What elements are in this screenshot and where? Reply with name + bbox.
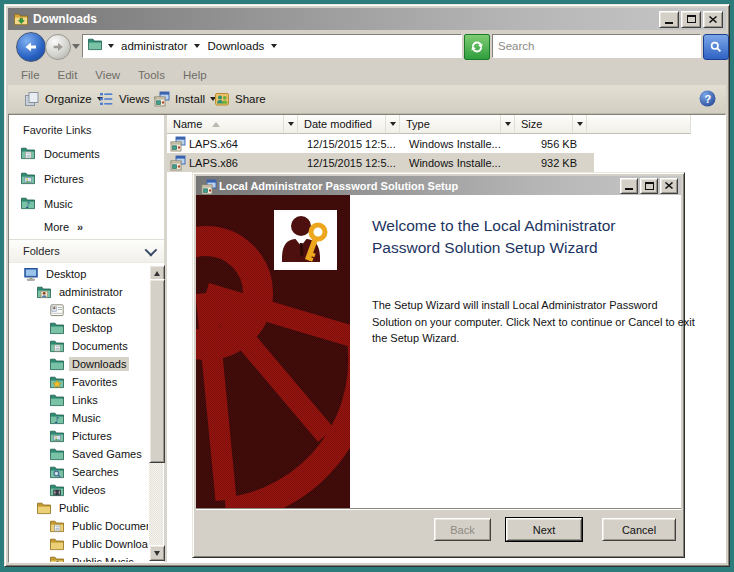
tree-item-desktop[interactable]: Desktop [9,319,148,337]
caret-down-icon [288,122,294,126]
views-icon [98,91,114,107]
favorite-link-pictures[interactable]: Pictures [9,166,164,191]
tree-item-public-music[interactable]: ♪Public Music [9,553,148,562]
tree-item-searches[interactable]: Searches [9,463,148,481]
column-header-size[interactable]: Size [515,115,587,134]
folder-documents-icon [49,338,65,354]
toolbar-label: Organize [45,93,92,105]
back-button[interactable]: Back [434,518,491,541]
tree-item-videos[interactable]: Videos [9,481,148,499]
folder-music-icon: ♪ [49,410,65,426]
folder-pictures-icon [49,428,65,444]
column-header-type[interactable]: Type [400,115,515,134]
wizard-footer: BackNextCancel [196,510,681,554]
wizard-close-button[interactable] [660,178,678,194]
favorite-link-documents[interactable]: Documents [9,141,164,166]
file-row-laps-x64[interactable]: LAPS.x6412/15/2015 12:5...Windows Instal… [167,134,594,153]
wizard-titlebar[interactable]: Local Administrator Password Solution Se… [196,176,681,195]
breadcrumb-item-administrator[interactable]: administrator [119,39,189,53]
column-filter-caret[interactable] [283,115,297,133]
tree-item-label: Videos [69,483,108,497]
column-header-filler [587,115,691,134]
tree-item-favorites[interactable]: Favorites [9,373,148,391]
tree-item-desktop[interactable]: Desktop [9,265,148,283]
tree-item-saved-games[interactable]: Saved Games [9,445,148,463]
tree-scrollbar[interactable] [149,265,163,561]
forward-button[interactable] [45,34,71,60]
column-filter-caret[interactable] [572,115,586,133]
more-chevron-icon: » [77,221,84,233]
tree-item-downloads[interactable]: Downloads [9,355,148,373]
maximize-button[interactable] [681,11,701,28]
wizard-side-banner [196,195,350,508]
menu-bar: FileEditViewToolsHelp [8,64,726,85]
tree-item-music[interactable]: ♪Music [9,409,148,427]
scroll-thumb[interactable] [149,279,165,463]
organize-icon [24,91,40,107]
explorer-titlebar[interactable]: Downloads [8,8,726,30]
breadcrumb-caret-icon [194,44,200,48]
minimize-icon [625,188,633,190]
public-folder-music-icon: ♪ [49,554,65,562]
scroll-down-button[interactable] [149,545,165,561]
tree-item-label: administrator [56,285,126,299]
tree-item-label: Favorites [69,375,120,389]
wizard-minimize-button[interactable] [620,178,638,194]
tree-item-pictures[interactable]: Pictures [9,427,148,445]
msi-package-icon [170,136,186,152]
breadcrumb[interactable]: administratorDownloads [82,34,462,58]
maximize-icon [687,15,696,23]
search-box [492,34,701,58]
svg-text:♪: ♪ [25,200,30,210]
next-button[interactable]: Next [506,518,582,541]
column-filter-caret[interactable] [500,115,514,133]
wizard-window: Local Administrator Password Solution Se… [192,172,685,558]
column-header-date-modified[interactable]: Date modified [298,115,400,134]
tree-item-administrator[interactable]: administrator [9,283,148,301]
tree-item-label: Documents [69,339,131,353]
tree-item-label: Downloads [69,357,129,371]
caret-down-icon [505,122,511,126]
column-filter-caret[interactable] [385,115,399,133]
tree-item-links[interactable]: Links [9,391,148,409]
downloads-folder-icon [13,11,29,27]
menu-tools[interactable]: Tools [138,69,165,81]
tree-item-public[interactable]: Public [9,499,148,517]
more-link[interactable]: More» [44,221,84,233]
minimize-button[interactable] [659,11,679,28]
refresh-button[interactable] [464,34,490,60]
folders-bar[interactable]: Folders [9,239,164,263]
search-input[interactable] [493,35,700,57]
wizard-maximize-button[interactable] [640,178,658,194]
breadcrumb-caret-icon [108,44,114,48]
recent-pages-caret-icon[interactable] [72,44,80,49]
toolbar-share-button[interactable]: Share [210,88,270,110]
column-header-name[interactable]: Name [167,115,298,134]
close-button[interactable] [703,11,723,28]
breadcrumb-item-downloads[interactable]: Downloads [205,39,266,53]
menu-file[interactable]: File [21,69,40,81]
favorite-link-music[interactable]: ♪Music [9,191,164,216]
minimize-icon [665,22,673,24]
folder-icon [49,392,65,408]
folder-icon [49,320,65,336]
desktop: Downloads administratorDownloads [0,0,734,572]
cancel-button[interactable]: Cancel [602,518,676,541]
folder-music-icon: ♪ [20,195,37,212]
toolbar: OrganizeViewsInstallShare ? [8,85,726,114]
tree-item-public-documents[interactable]: Public Documents [9,517,148,535]
tree-item-contacts[interactable]: Contacts [9,301,148,319]
file-name-cell: LAPS.x86 [167,155,298,171]
tree-item-documents[interactable]: Documents [9,337,148,355]
tree-item-public-downloads[interactable]: Public Downloads [9,535,148,553]
file-type-cell: Windows Installe... [400,157,515,169]
folders-collapse-chevron-icon[interactable] [145,243,158,256]
menu-edit[interactable]: Edit [58,69,78,81]
back-button[interactable] [16,32,46,62]
search-button[interactable] [703,34,729,60]
file-row-laps-x86[interactable]: LAPS.x8612/15/2015 12:5...Windows Instal… [167,153,594,172]
menu-view[interactable]: View [95,69,120,81]
address-dropdown-caret-icon[interactable] [271,44,277,48]
help-button[interactable]: ? [699,90,716,107]
menu-help[interactable]: Help [183,69,207,81]
